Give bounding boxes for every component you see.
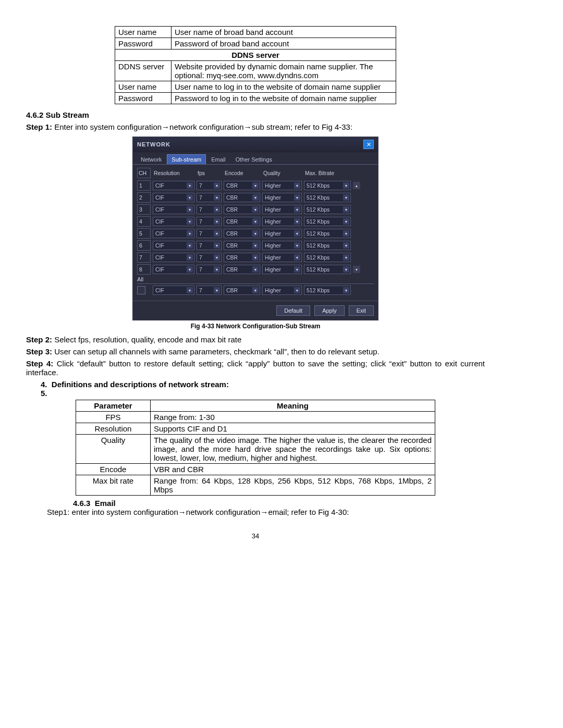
chevron-down-icon: ▼ [187,218,193,225]
fps-select[interactable]: 7▼ [197,229,222,238]
scroll-down-icon[interactable]: ▼ [353,266,360,273]
header-resolution: Resolution [153,170,194,176]
ch-cell: 2 [137,192,151,203]
all-fps-select[interactable]: 7▼ [197,286,222,295]
quality-select[interactable]: Higher▼ [262,265,302,274]
header-quality: Quality [262,170,302,176]
grid-row: 3CIF▼7▼CBR▼Higher▼512 Kbps▼ [137,204,374,215]
fps-select[interactable]: 7▼ [197,205,222,214]
fps-select[interactable]: 7▼ [197,181,222,190]
table-row: FPSRange from: 1-30 [76,412,435,423]
window-titlebar: NETWORK ✕ [133,137,378,152]
tab-sub-stream[interactable]: Sub-stream [167,154,206,164]
apply-button[interactable]: Apply [314,305,345,316]
quality-select[interactable]: Higher▼ [262,229,302,238]
bullet-5-num: 5. [41,389,47,398]
encode-select[interactable]: CBR▼ [224,217,260,226]
chevron-down-icon: ▼ [252,287,259,293]
quality-select[interactable]: Higher▼ [262,241,302,250]
tab-other-settings[interactable]: Other Settings [231,154,277,164]
exit-button[interactable]: Exit [349,305,374,316]
quality-select[interactable]: Higher▼ [262,253,302,262]
all-quality-select[interactable]: Higher▼ [262,286,302,295]
cell: User name [115,81,172,93]
default-button[interactable]: Default [276,305,310,316]
bitrate-select[interactable]: 512 Kbps▼ [304,181,351,190]
all-bitrate-select[interactable]: 512 Kbps▼ [304,286,351,295]
all-encode-select[interactable]: CBR▼ [224,286,260,295]
tab-email[interactable]: Email [206,154,230,164]
chevron-down-icon: ▼ [214,242,220,249]
fps-select[interactable]: 7▼ [197,217,222,226]
close-icon[interactable]: ✕ [363,140,374,149]
tab-network[interactable]: Network [136,154,166,164]
encode-select[interactable]: CBR▼ [224,205,260,214]
chevron-down-icon: ▼ [252,242,259,249]
all-resolution-select[interactable]: CIF▼ [153,286,194,295]
bitrate-select[interactable]: 512 Kbps▼ [304,241,351,250]
fps-select[interactable]: 7▼ [197,193,222,202]
resolution-select[interactable]: CIF▼ [153,217,194,226]
bitrate-select[interactable]: 512 Kbps▼ [304,193,351,202]
bitrate-select[interactable]: 512 Kbps▼ [304,217,351,226]
resolution-select[interactable]: CIF▼ [153,205,194,214]
all-checkbox[interactable] [137,286,145,294]
resolution-select[interactable]: CIF▼ [153,181,194,190]
chevron-down-icon: ▼ [252,218,259,225]
list-item-5: 5. [41,389,485,398]
encode-select[interactable]: CBR▼ [224,229,260,238]
fps-select[interactable]: 7▼ [197,265,222,274]
resolution-select[interactable]: CIF▼ [153,253,194,262]
window-button-bar: Default Apply Exit [133,301,378,320]
param-meaning: Range from: 64 Kbps, 128 Kbps, 256 Kbps,… [151,475,435,496]
section-header-ddns: DDNS server [115,50,396,61]
network-window: NETWORK ✕ Network Sub-stream Email Other… [132,137,378,320]
resolution-select[interactable]: CIF▼ [153,265,194,274]
param-name: FPS [76,412,151,423]
step-2-lead: Step 2: [26,335,52,344]
email-step-text: Step1: enter into system configuration→n… [47,508,485,516]
bitrate-select[interactable]: 512 Kbps▼ [304,205,351,214]
ch-cell: 3 [137,204,151,215]
cell: User name [115,27,172,38]
encode-select[interactable]: CBR▼ [224,193,260,202]
chevron-down-icon: ▼ [294,242,300,249]
encode-select[interactable]: CBR▼ [224,181,260,190]
bitrate-select[interactable]: 512 Kbps▼ [304,253,351,262]
cell: Website provided by dynamic domain name … [172,61,396,81]
grid-header-row: CH Resolution fps Encode Quality Max. Bi… [137,168,374,178]
resolution-select[interactable]: CIF▼ [153,241,194,250]
chevron-down-icon: ▼ [187,254,193,261]
step-2-text: Select fps, resolution, quality, encode … [52,335,241,344]
chevron-down-icon: ▼ [294,182,300,189]
encode-select[interactable]: CBR▼ [224,241,260,250]
page-number: 34 [26,532,485,540]
encode-select[interactable]: CBR▼ [224,253,260,262]
fps-select[interactable]: 7▼ [197,241,222,250]
chevron-down-icon: ▼ [187,230,193,237]
bitrate-select[interactable]: 512 Kbps▼ [304,265,351,274]
bitrate-select[interactable]: 512 Kbps▼ [304,229,351,238]
table-row: Max bit rateRange from: 64 Kbps, 128 Kbp… [76,475,435,496]
quality-select[interactable]: Higher▼ [262,217,302,226]
step-2: Step 2: Select fps, resolution, quality,… [26,335,485,344]
resolution-select[interactable]: CIF▼ [153,229,194,238]
resolution-select[interactable]: CIF▼ [153,193,194,202]
chevron-down-icon: ▼ [343,206,349,213]
bullet-4-num: 4. [41,380,47,389]
encode-select[interactable]: CBR▼ [224,265,260,274]
chevron-down-icon: ▼ [343,182,349,189]
scroll-up-icon[interactable]: ▲ [353,182,360,189]
header-encode: Encode [224,170,260,176]
chevron-down-icon: ▼ [214,218,220,225]
quality-select[interactable]: Higher▼ [262,181,302,190]
chevron-down-icon: ▼ [187,206,193,213]
quality-select[interactable]: Higher▼ [262,193,302,202]
sub-stream-panel: CH Resolution fps Encode Quality Max. Bi… [133,165,378,301]
step-1-lead: Step 1: [26,122,52,131]
table-row: EncodeVBR and CBR [76,464,435,475]
ch-cell: 8 [137,264,151,275]
quality-select[interactable]: Higher▼ [262,205,302,214]
step-3: Step 3: User can setup all channels with… [26,347,485,356]
fps-select[interactable]: 7▼ [197,253,222,262]
